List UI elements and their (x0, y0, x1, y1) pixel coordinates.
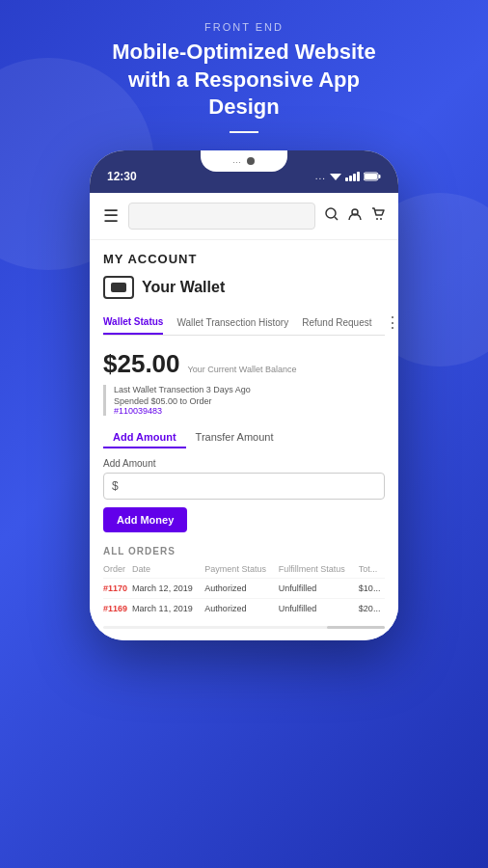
menu-button[interactable]: ☰ (103, 205, 119, 227)
col-order: Order (103, 564, 132, 579)
notch-camera (247, 157, 255, 165)
svg-point-8 (380, 218, 382, 220)
order-total-1170: $10... (359, 578, 385, 598)
search-bar[interactable] (128, 203, 315, 230)
search-icon[interactable] (325, 207, 339, 225)
svg-point-4 (326, 208, 336, 218)
last-trans-detail: Spended $05.00 to Order (114, 396, 385, 406)
last-trans-order-link[interactable]: #110039483 (114, 406, 385, 416)
add-amount-label: Add Amount (103, 458, 385, 469)
notch-dots: ... (233, 157, 242, 164)
order-total-1169: $20... (359, 598, 385, 618)
tab-more-icon[interactable]: ⋮ (385, 313, 398, 332)
page-header: FRONT END Mobile-Optimized Website with … (99, 0, 389, 150)
order-date-1169: March 11, 2019 (132, 598, 204, 618)
cart-icon[interactable] (371, 207, 385, 225)
balance-label: Your Current Wallet Balance (188, 365, 297, 374)
col-date: Date (132, 564, 204, 579)
wallet-icon (103, 276, 134, 299)
all-orders-heading: ALL ORDERS (103, 546, 385, 556)
order-payment-1170: Authorized (204, 578, 278, 598)
wallet-title-row: Your Wallet (103, 276, 385, 299)
order-date-1170: March 12, 2019 (132, 578, 204, 598)
page-label: FRONT END (99, 21, 389, 33)
svg-line-5 (335, 217, 338, 220)
order-link-1170[interactable]: #1170 (103, 583, 127, 593)
tab-add-amount[interactable]: Add Amount (103, 427, 186, 448)
signal-icon (345, 172, 360, 181)
scrollbar-track (103, 626, 385, 629)
add-amount-input-wrap: $ (103, 473, 385, 500)
header-divider (230, 131, 258, 133)
last-trans-title: Last Wallet Transection 3 Days Ago (114, 385, 385, 394)
col-payment-status: Payment Status (204, 564, 278, 579)
wallet-tabs: Wallet Status Wallet Transection History… (103, 311, 385, 336)
status-time: 12:30 (107, 170, 137, 183)
user-icon[interactable] (348, 207, 362, 225)
app-header: ☰ (90, 193, 398, 240)
svg-marker-0 (330, 174, 341, 180)
order-payment-1169: Authorized (204, 598, 278, 618)
tab-refund-request[interactable]: Refund Request (302, 312, 371, 334)
orders-table: Order Date Payment Status Fulfillment St… (103, 564, 385, 618)
tab-wallet-status[interactable]: Wallet Status (103, 311, 163, 335)
balance-row: $25.00 Your Current Wallet Balance (103, 349, 385, 379)
main-content: MY ACCOUNT Your Wallet Wallet Status Wal… (90, 240, 398, 640)
tab-transaction-history[interactable]: Wallet Transection History (176, 312, 288, 334)
svg-point-7 (376, 218, 378, 220)
col-fulfillment-status: Fulfillment Status (279, 564, 359, 579)
order-link-1169[interactable]: #1169 (103, 604, 127, 613)
phone-notch: ... (201, 150, 287, 172)
last-transaction: Last Wallet Transection 3 Days Ago Spend… (103, 385, 385, 416)
header-icons (325, 207, 385, 225)
phone-frame: 12:30 ... ... (90, 150, 398, 640)
action-tabs: Add Amount Transfer Amount (103, 427, 385, 448)
wallet-title: Your Wallet (142, 279, 225, 296)
wifi-icon (330, 172, 341, 181)
add-amount-input[interactable] (122, 479, 376, 493)
add-money-button[interactable]: Add Money (103, 507, 187, 532)
balance-amount: $25.00 (103, 349, 180, 379)
battery-icon (364, 172, 381, 181)
status-icons: ... (315, 171, 381, 181)
table-row: #1170 March 12, 2019 Authorized Unfulfil… (103, 578, 385, 598)
phone-status-bar: 12:30 ... ... (90, 150, 398, 193)
table-row: #1169 March 11, 2019 Authorized Unfulfil… (103, 598, 385, 618)
my-account-heading: MY ACCOUNT (103, 252, 385, 266)
order-fulfillment-1169: Unfulfilled (279, 598, 359, 618)
balance-section: $25.00 Your Current Wallet Balance Last … (103, 349, 385, 416)
scrollbar-thumb[interactable] (327, 626, 385, 629)
status-dots: ... (315, 171, 326, 181)
svg-rect-2 (379, 175, 381, 178)
table-header-row: Order Date Payment Status Fulfillment St… (103, 564, 385, 579)
page-title: Mobile-Optimized Website with a Responsi… (99, 39, 389, 122)
order-fulfillment-1170: Unfulfilled (279, 578, 359, 598)
tab-transfer-amount[interactable]: Transfer Amount (186, 427, 284, 448)
col-total: Tot... (359, 564, 385, 579)
dollar-sign: $ (112, 479, 119, 493)
svg-rect-3 (365, 174, 377, 179)
